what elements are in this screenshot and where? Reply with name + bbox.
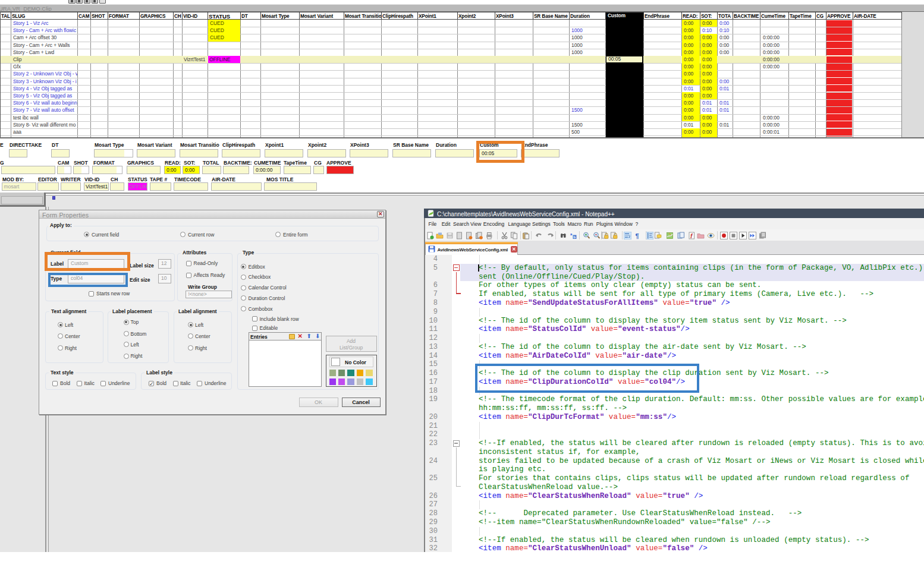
svg-text:a: a — [570, 232, 573, 236]
svg-text:b: b — [574, 235, 576, 239]
svg-text:¶: ¶ — [636, 232, 639, 239]
